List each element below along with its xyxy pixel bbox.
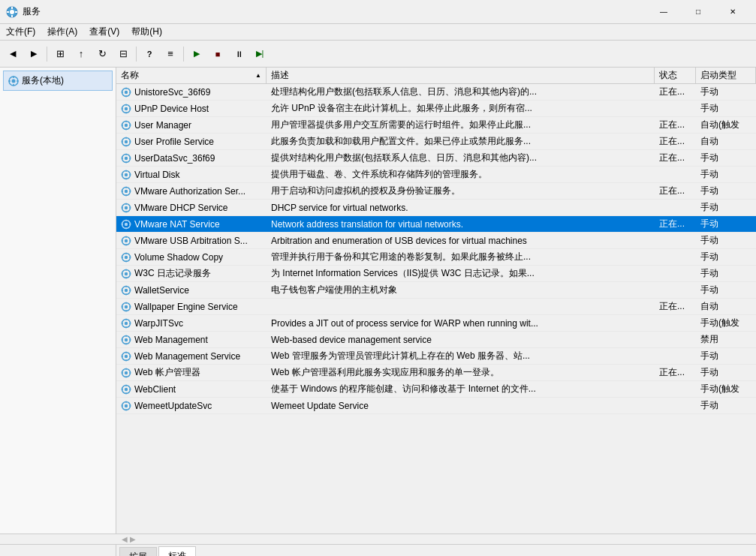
cell-status bbox=[655, 233, 696, 248]
table-row[interactable]: VMware USB Arbitration S...Arbitration a… bbox=[116, 233, 756, 249]
table-row[interactable]: UserDataSvc_36f69提供对结构化用户数据(包括联系人信息、日历、消… bbox=[116, 150, 756, 167]
table-row[interactable]: User Profile Service此服务负责加载和卸载用户配置文件。如果已… bbox=[116, 134, 756, 150]
gear-icon bbox=[121, 335, 131, 345]
cell-desc: DHCP service for virtual networks. bbox=[267, 200, 655, 215]
cell-name: UserDataSvc_36f69 bbox=[116, 150, 267, 166]
svg-rect-119 bbox=[129, 372, 131, 374]
up-button[interactable]: ↑ bbox=[71, 44, 91, 64]
table-row[interactable]: VMware NAT ServiceNetwork address transl… bbox=[116, 216, 756, 233]
cell-startup: 手动(触发 bbox=[696, 315, 756, 331]
restart-button[interactable]: ▶| bbox=[250, 44, 270, 64]
cell-startup: 手动 bbox=[696, 348, 756, 364]
svg-rect-131 bbox=[129, 405, 131, 407]
table-row[interactable]: UPnP Device Host允许 UPnP 设备宿主在此计算机上。如果停止此… bbox=[116, 101, 756, 117]
cell-status bbox=[655, 101, 696, 116]
left-panel-label: 服务(本地) bbox=[22, 74, 64, 87]
table-row[interactable]: Virtual Disk提供用于磁盘、卷、文件系统和存储阵列的管理服务。手动 bbox=[116, 167, 756, 183]
table-row[interactable]: User Manager用户管理器提供多用户交互所需要的运行时组件。如果停止此服… bbox=[116, 117, 756, 134]
cell-name: WemeetUpdateSvc bbox=[116, 398, 267, 413]
cell-startup: 手动 bbox=[696, 282, 756, 298]
cell-startup: 手动 bbox=[696, 167, 756, 182]
stop-button[interactable]: ■ bbox=[208, 44, 227, 64]
menu-action[interactable]: 操作(A) bbox=[41, 24, 83, 40]
table-row[interactable]: W3C 日志记录服务为 Internet Information Service… bbox=[116, 266, 756, 282]
properties-button[interactable]: ≡ bbox=[161, 44, 180, 64]
svg-rect-38 bbox=[125, 153, 127, 155]
col-header-name[interactable]: 名称 ▲ bbox=[116, 68, 267, 83]
left-panel-item-local[interactable]: 服务(本地) bbox=[3, 71, 113, 91]
menu-view[interactable]: 查看(V) bbox=[83, 24, 125, 40]
cell-name: User Profile Service bbox=[116, 134, 267, 149]
service-name: WarpJITSvc bbox=[134, 318, 183, 329]
table-row[interactable]: Web ManagementWeb-based device managemen… bbox=[116, 332, 756, 348]
pause-button[interactable]: ⏸ bbox=[229, 44, 248, 64]
table-row[interactable]: WalletService电子钱包客户端使用的主机对象手动 bbox=[116, 282, 756, 299]
col-header-desc[interactable]: 描述 bbox=[267, 68, 655, 83]
tab-bar: 扩展 标准 bbox=[116, 546, 197, 556]
svg-rect-21 bbox=[125, 112, 127, 113]
forward-button[interactable]: ▶ bbox=[24, 44, 44, 64]
svg-rect-87 bbox=[125, 293, 127, 295]
refresh-button[interactable]: ↻ bbox=[92, 44, 112, 64]
svg-rect-27 bbox=[125, 128, 127, 130]
show-hide-button[interactable]: ⊞ bbox=[50, 44, 70, 64]
cell-desc: Wemeet Update Service bbox=[267, 398, 655, 413]
table-body[interactable]: UnistoreSvc_36f69处理结构化用户数据(包括联系人信息、日历、消息… bbox=[116, 84, 756, 533]
svg-rect-69 bbox=[125, 244, 127, 245]
menu-file[interactable]: 文件(F) bbox=[0, 24, 41, 40]
table-row[interactable]: WemeetUpdateSvcWemeet Update Service手动 bbox=[116, 398, 756, 414]
gear-icon bbox=[121, 269, 131, 279]
back-button[interactable]: ◀ bbox=[3, 44, 23, 64]
svg-rect-76 bbox=[122, 257, 123, 258]
cell-name: VMware DHCP Service bbox=[116, 200, 267, 215]
cell-name: WalletService bbox=[116, 282, 267, 298]
export-button[interactable]: ⊟ bbox=[113, 44, 133, 64]
tab-extend[interactable]: 扩展 bbox=[119, 547, 157, 556]
col-header-startup[interactable]: 启动类型 bbox=[696, 68, 756, 83]
cell-name: Wallpaper Engine Service bbox=[116, 299, 267, 314]
svg-rect-88 bbox=[122, 290, 123, 291]
service-name: W3C 日志记录服务 bbox=[134, 267, 211, 280]
svg-rect-122 bbox=[125, 384, 127, 386]
start-button[interactable]: ▶ bbox=[187, 44, 206, 64]
svg-point-61 bbox=[125, 222, 128, 225]
table-row[interactable]: UnistoreSvc_36f69处理结构化用户数据(包括联系人信息、日历、消息… bbox=[116, 84, 756, 101]
gear-icon bbox=[121, 252, 131, 263]
cell-startup: 手动 bbox=[696, 216, 756, 232]
table-row[interactable]: VMware DHCP ServiceDHCP service for virt… bbox=[116, 200, 756, 216]
table-row[interactable]: WarpJITSvcProvides a JIT out of process … bbox=[116, 315, 756, 332]
close-button[interactable]: ✕ bbox=[715, 0, 750, 24]
table-row[interactable]: WebClient使基于 Windows 的程序能创建、访问和修改基于 Inte… bbox=[116, 381, 756, 398]
svg-rect-32 bbox=[125, 137, 127, 138]
cell-startup: 手动 bbox=[696, 266, 756, 281]
svg-rect-118 bbox=[122, 372, 123, 374]
minimize-button[interactable]: — bbox=[646, 0, 681, 24]
help2-button[interactable]: ? bbox=[140, 44, 159, 64]
table-row[interactable]: Web Management ServiceWeb 管理服务为管理员管理此计算机… bbox=[116, 348, 756, 365]
h-scroll-bar[interactable]: ◀ ▶ bbox=[0, 533, 756, 544]
svg-point-67 bbox=[125, 239, 128, 242]
restore-button[interactable]: □ bbox=[681, 0, 715, 24]
svg-rect-82 bbox=[122, 273, 123, 275]
table-row[interactable]: Web 帐户管理器Web 帐户管理器利用此服务实现应用和服务的单一登录。正在..… bbox=[116, 365, 756, 381]
svg-rect-93 bbox=[125, 310, 127, 311]
svg-point-127 bbox=[125, 404, 128, 407]
cell-desc: Arbitration and enumeration of USB devic… bbox=[267, 233, 655, 248]
service-name: UserDataSvc_36f69 bbox=[134, 153, 215, 164]
cell-status bbox=[655, 315, 696, 331]
svg-rect-95 bbox=[129, 306, 131, 308]
table-row[interactable]: VMware Authorization Ser...用于启动和访问虚拟机的授权… bbox=[116, 183, 756, 200]
svg-rect-89 bbox=[129, 290, 131, 291]
table-row[interactable]: Wallpaper Engine Service正在...自动 bbox=[116, 299, 756, 315]
col-header-status[interactable]: 状态 bbox=[655, 68, 696, 83]
col-status-label: 状态 bbox=[659, 69, 677, 82]
svg-rect-65 bbox=[129, 224, 131, 225]
tab-standard[interactable]: 标准 bbox=[158, 546, 196, 556]
svg-rect-130 bbox=[122, 405, 123, 407]
cell-name: Web 帐户管理器 bbox=[116, 365, 267, 380]
menu-help[interactable]: 帮助(H) bbox=[125, 24, 168, 40]
gear-icon bbox=[121, 318, 131, 329]
svg-rect-40 bbox=[122, 158, 123, 159]
svg-rect-57 bbox=[125, 211, 127, 212]
table-row[interactable]: Volume Shadow Copy管理并执行用于备份和其它用途的卷影复制。如果… bbox=[116, 249, 756, 266]
